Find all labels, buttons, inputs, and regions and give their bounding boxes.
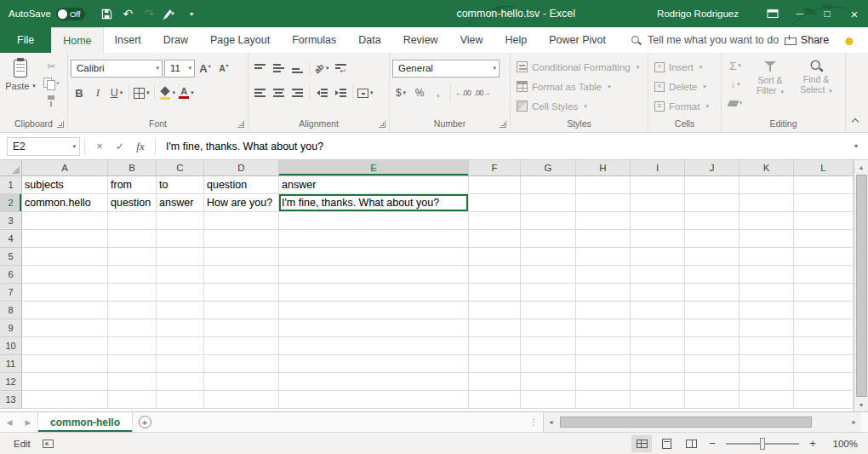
- enter-entry-button[interactable]: ✓: [110, 136, 130, 157]
- view-page-break-button[interactable]: [681, 435, 701, 452]
- macro-record-button[interactable]: [43, 440, 54, 448]
- cell-E13[interactable]: [279, 391, 469, 409]
- cell-E10[interactable]: [279, 337, 469, 355]
- sheet-nav-right-button[interactable]: ▶: [19, 412, 37, 432]
- cell-D5[interactable]: [204, 248, 279, 266]
- tab-power-pivot[interactable]: Power Pivot: [538, 27, 617, 53]
- vertical-scrollbar[interactable]: ▴ ▾: [854, 160, 868, 411]
- sort-filter-button[interactable]: Sort & Filter ▾: [748, 57, 792, 112]
- cell-B3[interactable]: [108, 212, 157, 230]
- cell-L5[interactable]: [794, 248, 854, 266]
- cell-D10[interactable]: [204, 337, 279, 355]
- bold-button[interactable]: B: [71, 84, 88, 101]
- cell-G5[interactable]: [521, 248, 576, 266]
- cell-H13[interactable]: [576, 391, 631, 409]
- autosave-toggle[interactable]: AutoSave Off: [9, 8, 85, 20]
- top-align-button[interactable]: [251, 60, 268, 77]
- align-left-button[interactable]: [251, 84, 268, 101]
- cell-F8[interactable]: [469, 302, 521, 319]
- cell-L11[interactable]: [794, 355, 854, 373]
- close-button[interactable]: ×: [841, 0, 868, 27]
- tab-file[interactable]: File: [0, 27, 51, 53]
- cell-J11[interactable]: [685, 355, 740, 373]
- cell-K9[interactable]: [740, 319, 794, 337]
- new-sheet-button[interactable]: +: [133, 412, 157, 432]
- feedback-smiley-icon[interactable]: ☻: [842, 33, 856, 48]
- borders-button[interactable]: ▾: [133, 84, 151, 101]
- cell-L13[interactable]: [794, 391, 854, 409]
- column-header-I[interactable]: I: [631, 160, 685, 176]
- vertical-scrollbar-thumb[interactable]: [856, 175, 867, 397]
- cell-K1[interactable]: [740, 176, 794, 194]
- cell-K8[interactable]: [740, 302, 794, 319]
- cell-D1[interactable]: question: [204, 176, 279, 194]
- zoom-slider[interactable]: [726, 443, 799, 445]
- row-header-8[interactable]: 8: [0, 302, 22, 319]
- cell-G8[interactable]: [521, 302, 576, 319]
- zoom-in-button[interactable]: +: [806, 437, 819, 450]
- row-header-13[interactable]: 13: [0, 391, 22, 409]
- cell-L2[interactable]: [794, 194, 854, 212]
- wrap-text-button[interactable]: [332, 60, 349, 77]
- cell-E9[interactable]: [279, 319, 469, 337]
- cell-F3[interactable]: [469, 212, 521, 230]
- cell-B7[interactable]: [108, 284, 157, 302]
- number-format-select[interactable]: General▾: [392, 60, 500, 78]
- scroll-left-button[interactable]: ◂: [544, 416, 558, 429]
- cell-C8[interactable]: [157, 302, 204, 319]
- sheet-tab-common-hello[interactable]: common-hello: [37, 412, 133, 432]
- cell-F1[interactable]: [469, 176, 521, 194]
- cell-J13[interactable]: [685, 391, 740, 409]
- cell-A10[interactable]: [22, 337, 108, 355]
- formula-input[interactable]: I'm fine, thanks. What about you?: [160, 133, 848, 159]
- format-painter-button[interactable]: [43, 93, 60, 108]
- cell-H2[interactable]: [576, 194, 631, 212]
- tab-view[interactable]: View: [449, 27, 494, 53]
- cell-C12[interactable]: [157, 373, 204, 391]
- scroll-right-button[interactable]: ▸: [847, 416, 861, 429]
- cell-E7[interactable]: [279, 284, 469, 302]
- underline-button[interactable]: U▾: [108, 84, 125, 101]
- cell-A6[interactable]: [22, 266, 108, 284]
- copy-button[interactable]: ▾: [43, 76, 60, 91]
- cell-G11[interactable]: [521, 355, 576, 373]
- cell-F10[interactable]: [469, 337, 521, 355]
- middle-align-button[interactable]: [270, 60, 287, 77]
- decrease-indent-button[interactable]: [313, 84, 330, 101]
- percent-style-button[interactable]: %: [411, 84, 428, 101]
- fill-color-button[interactable]: ▾: [158, 84, 177, 101]
- view-page-layout-button[interactable]: [656, 435, 677, 452]
- cell-F7[interactable]: [469, 284, 521, 302]
- cell-B1[interactable]: from: [108, 176, 157, 194]
- fill-button[interactable]: ↓▾: [724, 76, 746, 93]
- cell-B10[interactable]: [108, 337, 157, 355]
- format-as-table-button[interactable]: Format as Table▾: [513, 78, 645, 95]
- cell-G2[interactable]: [521, 194, 576, 212]
- cell-J6[interactable]: [685, 266, 740, 284]
- cell-E8[interactable]: [279, 302, 469, 319]
- cell-A8[interactable]: [22, 302, 108, 319]
- cell-E3[interactable]: [279, 212, 469, 230]
- tab-review[interactable]: Review: [392, 27, 449, 53]
- cell-I10[interactable]: [631, 337, 685, 355]
- cell-H5[interactable]: [576, 248, 631, 266]
- undo-button[interactable]: ↶: [118, 3, 137, 24]
- column-header-H[interactable]: H: [576, 160, 631, 176]
- draw-mode-button[interactable]: ▾: [161, 3, 180, 24]
- cell-I2[interactable]: [631, 194, 685, 212]
- decrease-font-size-button[interactable]: A▾: [215, 60, 232, 77]
- orientation-button[interactable]: ab▾: [313, 60, 330, 77]
- cell-K5[interactable]: [740, 248, 794, 266]
- clipboard-dialog-launcher[interactable]: [57, 121, 64, 128]
- cell-K2[interactable]: [740, 194, 794, 212]
- cell-J3[interactable]: [685, 212, 740, 230]
- row-header-10[interactable]: 10: [0, 337, 22, 355]
- cell-J4[interactable]: [685, 230, 740, 248]
- cell-L8[interactable]: [794, 302, 854, 319]
- cell-F9[interactable]: [469, 319, 521, 337]
- cell-H8[interactable]: [576, 302, 631, 319]
- cell-A12[interactable]: [22, 373, 108, 391]
- horizontal-scrollbar-thumb[interactable]: [560, 417, 812, 428]
- column-header-J[interactable]: J: [685, 160, 740, 176]
- cell-D11[interactable]: [204, 355, 279, 373]
